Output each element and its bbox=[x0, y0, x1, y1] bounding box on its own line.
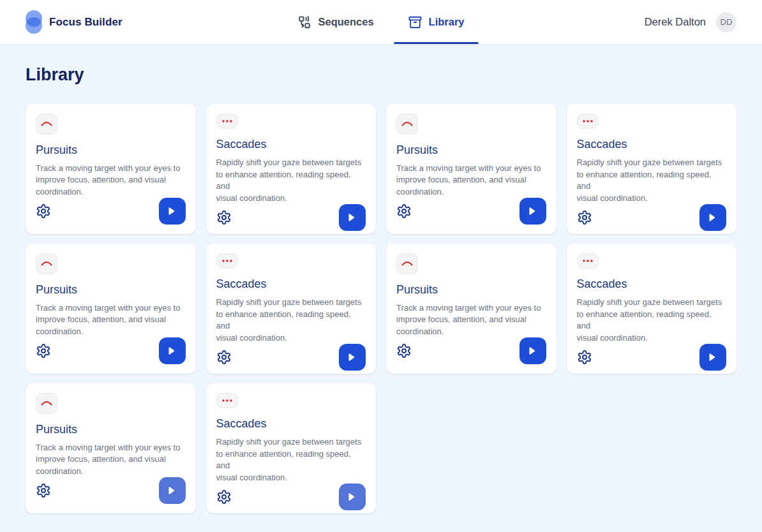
settings-button[interactable] bbox=[577, 210, 592, 225]
play-icon bbox=[166, 206, 176, 216]
card-title: Pursuits bbox=[396, 144, 546, 157]
card-title: Pursuits bbox=[36, 423, 186, 436]
exercise-card: Pursuits Track a moving target with your… bbox=[26, 244, 196, 374]
card-title: Pursuits bbox=[36, 144, 186, 157]
card-title: Saccades bbox=[577, 277, 727, 291]
play-button[interactable] bbox=[519, 198, 546, 225]
card-footer bbox=[36, 477, 186, 504]
exercise-icon-box bbox=[216, 114, 238, 129]
gear-icon bbox=[216, 489, 232, 505]
app-header: Focus Builder Sequences bbox=[0, 0, 762, 45]
saccade-dots-icon bbox=[220, 394, 234, 408]
card-footer bbox=[577, 204, 727, 231]
saccade-dots-icon bbox=[220, 254, 234, 268]
exercise-icon-box bbox=[216, 253, 238, 269]
tab-library[interactable]: Library bbox=[394, 0, 479, 44]
card-footer bbox=[396, 337, 546, 364]
user-menu[interactable]: Derek Dalton DD bbox=[645, 12, 736, 33]
exercise-card: Pursuits Track a moving target with your… bbox=[26, 104, 196, 234]
gear-icon bbox=[577, 210, 592, 225]
gear-icon bbox=[216, 210, 232, 225]
play-button[interactable] bbox=[159, 198, 186, 225]
card-footer bbox=[216, 484, 366, 510]
card-description: Rapidly shift your gaze between targets … bbox=[577, 157, 727, 204]
exercise-icon-box bbox=[36, 253, 57, 274]
exercise-card: Pursuits Track a moving target with your… bbox=[26, 383, 196, 514]
settings-button[interactable] bbox=[396, 343, 412, 358]
play-icon bbox=[346, 352, 356, 362]
main-nav: Sequences Library bbox=[283, 0, 478, 44]
card-title: Pursuits bbox=[36, 283, 186, 297]
saccade-dots-icon bbox=[581, 254, 595, 268]
play-button[interactable] bbox=[339, 344, 366, 371]
settings-button[interactable] bbox=[36, 343, 51, 358]
card-title: Pursuits bbox=[396, 283, 546, 297]
card-description: Rapidly shift your gaze between targets … bbox=[216, 157, 366, 204]
gear-icon bbox=[577, 350, 592, 365]
play-icon bbox=[706, 212, 717, 223]
exercise-card: Saccades Rapidly shift your gaze between… bbox=[567, 244, 737, 374]
play-button[interactable] bbox=[339, 204, 366, 231]
settings-button[interactable] bbox=[36, 483, 51, 498]
play-icon bbox=[166, 346, 176, 356]
saccade-dots-icon bbox=[581, 114, 595, 128]
tab-label: Sequences bbox=[318, 16, 373, 28]
card-footer bbox=[216, 204, 366, 231]
card-grid: Pursuits Track a moving target with your… bbox=[26, 104, 736, 514]
pursuit-arc-icon bbox=[40, 396, 54, 410]
logo-icon bbox=[26, 10, 43, 34]
card-description: Track a moving target with your eyes to … bbox=[36, 302, 186, 338]
settings-button[interactable] bbox=[216, 350, 232, 365]
exercise-icon-box bbox=[577, 253, 599, 269]
brand-name: Focus Builder bbox=[49, 16, 123, 29]
play-icon bbox=[706, 352, 717, 362]
archive-icon bbox=[408, 15, 422, 29]
play-button[interactable] bbox=[339, 484, 366, 510]
sequences-icon bbox=[297, 15, 311, 29]
play-button[interactable] bbox=[699, 344, 726, 371]
exercise-icon-box bbox=[216, 393, 238, 408]
gear-icon bbox=[36, 343, 51, 358]
exercise-card: Saccades Rapidly shift your gaze between… bbox=[567, 104, 737, 234]
gear-icon bbox=[36, 483, 51, 498]
card-description: Rapidly shift your gaze between targets … bbox=[216, 297, 366, 344]
pursuit-arc-icon bbox=[400, 256, 414, 270]
card-title: Saccades bbox=[216, 277, 366, 291]
exercise-icon-box bbox=[577, 114, 599, 129]
play-icon bbox=[166, 485, 176, 496]
play-button[interactable] bbox=[159, 337, 186, 364]
settings-button[interactable] bbox=[36, 203, 51, 219]
pursuit-arc-icon bbox=[40, 117, 54, 131]
card-description: Track a moving target with your eyes to … bbox=[396, 302, 546, 338]
play-icon bbox=[346, 212, 356, 223]
exercise-card: Saccades Rapidly shift your gaze between… bbox=[206, 383, 377, 514]
gear-icon bbox=[396, 343, 412, 358]
exercise-card: Pursuits Track a moving target with your… bbox=[386, 244, 557, 374]
play-button[interactable] bbox=[159, 477, 186, 504]
exercise-card: Saccades Rapidly shift your gaze between… bbox=[206, 104, 377, 234]
card-footer bbox=[577, 344, 727, 371]
card-description: Track a moving target with your eyes to … bbox=[396, 163, 546, 198]
tab-sequences[interactable]: Sequences bbox=[283, 0, 387, 44]
card-title: Saccades bbox=[577, 138, 727, 151]
settings-button[interactable] bbox=[216, 489, 232, 505]
settings-button[interactable] bbox=[396, 203, 412, 219]
gear-icon bbox=[216, 350, 232, 365]
play-icon bbox=[527, 346, 537, 356]
card-description: Rapidly shift your gaze between targets … bbox=[216, 436, 366, 484]
play-button[interactable] bbox=[519, 337, 546, 364]
card-footer bbox=[396, 198, 546, 225]
exercise-icon-box bbox=[36, 114, 57, 135]
user-name: Derek Dalton bbox=[645, 16, 706, 28]
avatar[interactable]: DD bbox=[716, 12, 736, 33]
play-icon bbox=[346, 492, 356, 502]
settings-button[interactable] bbox=[577, 350, 592, 365]
pursuit-arc-icon bbox=[400, 117, 414, 131]
gear-icon bbox=[36, 203, 51, 219]
card-title: Saccades bbox=[216, 417, 366, 431]
play-button[interactable] bbox=[699, 204, 726, 231]
brand[interactable]: Focus Builder bbox=[26, 10, 123, 34]
pursuit-arc-icon bbox=[40, 256, 54, 270]
exercise-card: Pursuits Track a moving target with your… bbox=[386, 104, 557, 234]
settings-button[interactable] bbox=[216, 210, 232, 225]
